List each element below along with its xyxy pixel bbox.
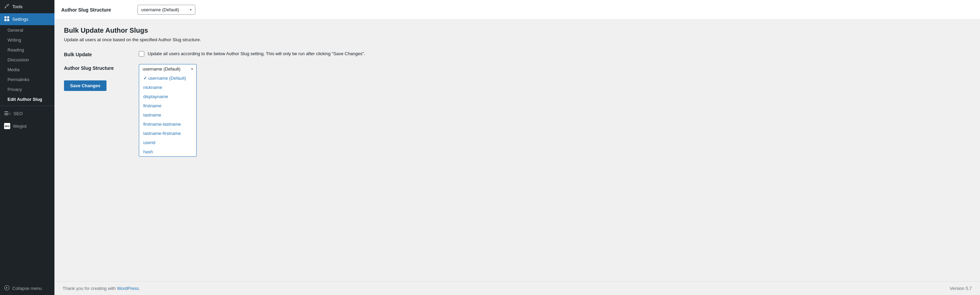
sidebar-tools-label: Tools [12,4,22,9]
inner-content: Bulk Update Author Slugs Update all user… [54,20,980,281]
header-dropdown-value: username (Default) [141,7,179,12]
save-changes-button[interactable]: Save Changes [64,80,107,91]
bulk-update-content: Update all users according to the below … [139,50,970,57]
dropdown-option-hash[interactable]: hash [139,147,196,156]
dropdown-option-lastname-firstname[interactable]: lastname-firstname [139,129,196,138]
sidebar-item-permalinks[interactable]: Permalinks [0,75,54,85]
dropdown-option-nickname[interactable]: nickname [139,83,196,92]
weglot-icon: WG [4,123,10,129]
sidebar-settings-label: Settings [12,17,28,22]
sidebar-item-media[interactable]: Media [0,65,54,75]
sidebar: Tools Settings General Writing Reading D… [0,0,54,295]
footer: Thank you for creating with WordPress. V… [54,281,980,295]
tools-icon [4,3,10,10]
collapse-menu-button[interactable]: Collapse menu [0,282,54,295]
header-dropdown-wrapper: username (Default) ▾ [137,5,195,14]
sidebar-item-weglot[interactable]: WG Weglot [0,120,54,132]
author-slug-content: username (Default) ▾ username (Default) … [139,64,970,73]
author-slug-dropdown-value: username (Default) [143,67,180,72]
author-slug-dropdown-list: username (Default) nickname displayname … [139,73,197,157]
seo-icon: ☰○ [4,111,11,116]
author-slug-dropdown-wrapper: username (Default) ▾ username (Default) … [139,64,197,73]
author-slug-dropdown-button[interactable]: username (Default) ▾ [139,64,197,73]
dropdown-option-username[interactable]: username (Default) [139,73,196,83]
bulk-update-label: Bulk Update [64,50,139,57]
bulk-update-description: Update all users at once based on the sp… [64,37,970,42]
sidebar-item-writing[interactable]: Writing [0,35,54,45]
chevron-up-icon: ▾ [191,67,193,71]
collapse-icon [4,285,10,292]
bulk-update-checkbox[interactable] [139,51,144,57]
save-row: Save Changes [64,80,970,91]
sidebar-item-seo[interactable]: ☰○ SEO [0,107,54,120]
bulk-update-row: Bulk Update Update all users according t… [64,50,970,57]
sidebar-item-tools[interactable]: Tools [0,0,54,13]
footer-text: Thank you for creating with WordPress. [63,286,140,291]
author-slug-row: Author Slug Structure username (Default)… [64,64,970,73]
dropdown-option-firstname[interactable]: firstname [139,101,196,110]
sidebar-divider [0,105,54,106]
svg-rect-1 [7,16,9,18]
footer-text-after: . [139,286,140,291]
sidebar-item-discussion[interactable]: Discussion [0,55,54,65]
sidebar-item-edit-author-slug[interactable]: Edit Author Slug [0,94,54,104]
bulk-update-title: Bulk Update Author Slugs [64,27,970,34]
author-slug-label: Author Slug Structure [64,64,139,71]
sidebar-item-reading[interactable]: Reading [0,45,54,55]
svg-rect-2 [5,19,6,21]
version-text: Version 5.7 [950,286,972,291]
header-dropdown-button[interactable]: username (Default) ▾ [137,5,195,14]
sidebar-item-general[interactable]: General [0,25,54,35]
dropdown-option-lastname[interactable]: lastname [139,110,196,120]
sidebar-item-settings[interactable]: Settings [0,13,54,25]
main-content: Author Slug Structure username (Default)… [54,0,980,295]
svg-rect-0 [5,16,6,18]
header-bar: Author Slug Structure username (Default)… [54,0,980,20]
footer-text-before: Thank you for creating with [63,286,117,291]
sidebar-item-privacy[interactable]: Privacy [0,85,54,94]
dropdown-option-firstname-lastname[interactable]: firstname-lastname [139,120,196,129]
bulk-update-checkbox-text: Update all users according to the below … [148,50,365,57]
wordpress-link[interactable]: WordPress [117,286,139,291]
settings-icon [4,16,10,22]
dropdown-option-displayname[interactable]: displayname [139,92,196,101]
header-field-label: Author Slug Structure [61,7,129,13]
dropdown-option-userid[interactable]: userid [139,138,196,147]
chevron-down-icon: ▾ [190,8,192,11]
svg-rect-3 [7,19,9,21]
